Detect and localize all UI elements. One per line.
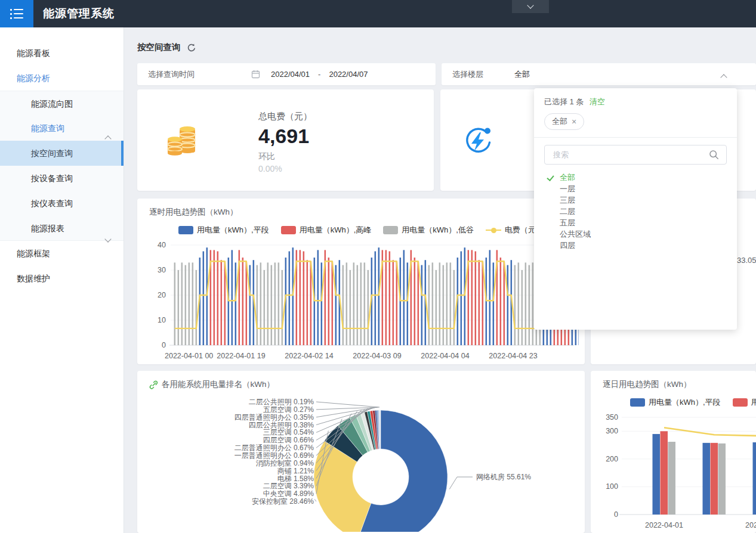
sidebar-item-0[interactable]: 能源看板 [0, 41, 124, 66]
svg-text:350: 350 [606, 413, 618, 422]
menu-toggle-button[interactable] [0, 0, 33, 27]
svg-text:安保控制室 28.46%: 安保控制室 28.46% [252, 497, 314, 506]
selected-floor-tag: 全部 × [544, 113, 584, 130]
period-compare-value: 0.00% [258, 164, 312, 173]
sidebar: 能源看板能源分析能源流向图能源查询按空间查询按设备查询按仪表查询能源报表能源框架… [0, 27, 124, 533]
svg-text:200: 200 [606, 455, 618, 463]
floor-option-list: 全部一层三层二层五层公共区域四层 [534, 172, 737, 251]
panel-divider [534, 137, 737, 138]
sidebar-item-3[interactable]: 能源查询 [0, 116, 124, 141]
legend-item[interactable]: 用电量（kWh）,平段 [178, 225, 269, 235]
legend-item[interactable]: 用电量（kWh）,高峰 [733, 397, 756, 408]
total-cost-label: 总电费（元） [258, 111, 312, 122]
sidebar-item-6[interactable]: 按仪表查询 [0, 191, 124, 216]
clear-selection-link[interactable]: 清空 [590, 97, 605, 106]
breadcrumb: 按空间查询 [137, 42, 196, 53]
sidebar-item-label: 按仪表查询 [31, 199, 73, 208]
energy-ranking-card: 各用能系统用电量排名（kWh） 二层公共照明 0.19%五层空调 0.27%四层… [137, 371, 585, 533]
check-icon [547, 173, 554, 181]
date-separator: - [318, 70, 320, 79]
floor-option-6[interactable]: 四层 [534, 240, 737, 251]
sidebar-item-label: 能源报表 [31, 224, 64, 233]
svg-text:网络机房 55.61%: 网络机房 55.61% [476, 473, 531, 481]
svg-text:10: 10 [158, 316, 166, 324]
date-start[interactable]: 2022/04/01 [271, 70, 310, 79]
floor-filter-label: 选择楼层 [452, 69, 483, 80]
svg-text:2022-04-01 19: 2022-04-01 19 [217, 352, 265, 360]
hourly-trend-chart: 0102030402022-04-01 002022-04-01 192022-… [143, 237, 579, 363]
legend-swatch [178, 226, 193, 234]
hourly-trend-card: 逐时用电趋势图（kWh） 用电量（kWh）,平段用电量（kWh）,高峰用电量（k… [137, 199, 585, 364]
legend-label: 用电量（kWh）,低谷 [402, 225, 474, 235]
floor-option-0[interactable]: 全部 [534, 172, 737, 183]
sidebar-item-label: 能源流向图 [31, 99, 73, 109]
top-navbar: 能源管理系统 [0, 0, 756, 27]
refresh-icon[interactable] [187, 43, 196, 52]
floor-option-1[interactable]: 一层 [534, 183, 737, 194]
sidebar-item-9[interactable]: 数据维护 [0, 266, 124, 291]
sidebar-item-2[interactable]: 能源流向图 [0, 91, 124, 116]
app-title: 能源管理系统 [43, 0, 115, 27]
link-icon [149, 380, 158, 389]
page-title: 按空间查询 [137, 42, 181, 53]
time-filter-label: 选择查询时间 [148, 69, 195, 80]
legend-label: 用电量（kWh）,平段 [197, 225, 269, 235]
sidebar-item-label: 按设备查询 [31, 173, 73, 183]
svg-text:2022-04-01 00: 2022-04-01 00 [165, 352, 213, 360]
hourly-chart-legend: 用电量（kWh）,平段用电量（kWh）,高峰用电量（kWh）,低谷电费（元） [137, 225, 585, 235]
search-icon [709, 150, 719, 160]
svg-text:20: 20 [158, 291, 166, 299]
time-range-filter[interactable]: 选择查询时间 2022/04/01 - 2022/04/07 [137, 63, 436, 85]
chevron-down-icon [527, 2, 533, 8]
svg-text:2022-04-02 14: 2022-04-02 14 [285, 352, 333, 360]
legend-item[interactable]: 用电量（kWh）,高峰 [281, 225, 372, 235]
floor-option-4[interactable]: 五层 [534, 217, 737, 228]
sidebar-item-label: 能源查询 [31, 123, 64, 133]
tag-remove-icon[interactable]: × [572, 117, 576, 126]
legend-label: 用电量（kWh）,平段 [649, 397, 721, 408]
chevron-up-icon [721, 73, 726, 82]
navbar-dropdown-toggle[interactable] [512, 0, 549, 13]
sidebar-item-7[interactable]: 能源报表 [0, 216, 124, 241]
svg-text:100: 100 [606, 482, 618, 491]
sidebar-item-label: 能源框架 [17, 249, 50, 258]
legend-swatch [630, 398, 645, 407]
sidebar-item-1[interactable]: 能源分析 [0, 66, 124, 91]
legend-item[interactable]: 用电量（kWh）,低谷 [383, 225, 474, 235]
floor-option-label: 一层 [560, 184, 575, 193]
period-compare-label: 环比 [258, 151, 312, 162]
floor-search-box [544, 145, 727, 165]
legend-swatch [383, 226, 398, 234]
legend-swatch [281, 226, 296, 234]
pie-chart-title: 各用能系统用电量排名（kWh） [162, 379, 274, 390]
floor-option-label: 公共区域 [560, 230, 591, 238]
total-cost-card: 总电费（元） 4,691 环比 0.00% [137, 89, 434, 191]
sidebar-item-8[interactable]: 能源框架 [0, 241, 124, 266]
legend-label: 用电量（kWh）,高峰 [300, 225, 372, 235]
floor-option-label: 二层 [560, 207, 575, 216]
sidebar-item-label: 数据维护 [17, 274, 50, 283]
covered-card-value: 33.05 [737, 256, 756, 265]
floor-filter-select[interactable]: 选择楼层 全部 [442, 63, 756, 85]
floor-option-3[interactable]: 二层 [534, 206, 737, 217]
selected-count: 已选择 1 条 [544, 97, 584, 106]
coins-icon [163, 124, 199, 163]
legend-label: 用电量（kWh）,高峰 [751, 397, 756, 408]
floor-option-5[interactable]: 公共区域 [534, 228, 737, 240]
total-cost-value: 4,691 [258, 125, 312, 148]
svg-text:40: 40 [158, 241, 166, 249]
hourly-chart-title: 逐时用电趋势图（kWh） [137, 199, 585, 218]
legend-swatch [486, 230, 501, 231]
svg-text:300: 300 [606, 427, 618, 435]
floor-option-label: 四层 [560, 241, 575, 250]
svg-text:30: 30 [158, 266, 166, 274]
sidebar-item-4[interactable]: 按空间查询 [0, 141, 124, 166]
floor-search-input[interactable] [552, 150, 709, 160]
hamburger-icon [10, 9, 23, 11]
floor-option-2[interactable]: 三层 [534, 194, 737, 206]
legend-item[interactable]: 用电量（kWh）,平段 [630, 397, 721, 408]
date-end[interactable]: 2022/04/07 [329, 70, 368, 79]
sidebar-item-5[interactable]: 按设备查询 [0, 166, 124, 191]
svg-text:0: 0 [162, 341, 166, 349]
svg-text:2022-04-04 04: 2022-04-04 04 [421, 352, 469, 360]
